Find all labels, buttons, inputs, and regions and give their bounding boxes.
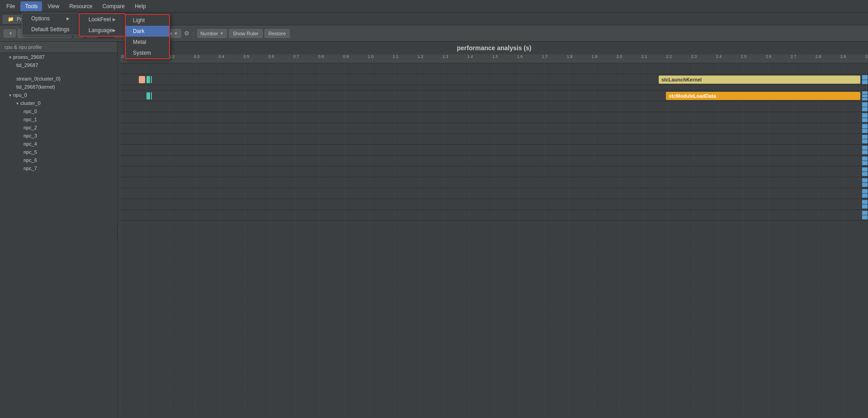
restore-button[interactable]: Restore [264, 29, 290, 38]
right-mini-npu-2 [862, 118, 868, 123]
mini-block-teal1 [139, 76, 145, 83]
show-ruler-button[interactable]: Show Ruler [229, 29, 263, 38]
menu-language[interactable]: Language ▶ [80, 25, 125, 36]
number-select[interactable]: Number ▼ [197, 29, 227, 38]
mini-block-stream-teal2 [151, 92, 152, 100]
timeline-row-tid29687kernel [120, 101, 868, 112]
timeline-row-npc7 [120, 210, 868, 221]
r11 [862, 189, 868, 193]
menu-options-label: Options [31, 15, 50, 22]
lookfeel-metal[interactable]: Metal [126, 37, 169, 48]
right-mini-stream-1 [862, 91, 868, 94]
bar-stcmoduleloaddata[interactable]: stcModuleLoadData [666, 92, 860, 100]
tree-item-proess[interactable]: ▾proess_29687 [0, 53, 117, 61]
ruler-tick-17: 1.7 [542, 54, 548, 59]
timeline-row-tid29687: stcLaunchKernel [120, 74, 868, 85]
tab-pr-label: Pr [17, 16, 22, 22]
r16 [862, 215, 868, 219]
ruler-tick-22: 2.2 [666, 54, 672, 59]
tree-item-npc6[interactable]: npc_6 [0, 156, 117, 164]
menu-help[interactable]: Help [130, 1, 151, 11]
right-mini-cl-1 [862, 124, 868, 128]
tree-item-tid29687kernel[interactable]: tid_29687(kernel) [0, 83, 117, 91]
timeline-row-npc0 [120, 134, 868, 145]
lookfeel-submenu: Light Dark Metal System [125, 14, 170, 59]
tree-item-npc4[interactable]: npc_4 [0, 140, 117, 148]
ruler-tick-0: .0 [120, 54, 124, 59]
timeline-content[interactable]: stcLaunchKernel stcModuleLoadData [120, 63, 868, 417]
ruler-tick-15: 1.5 [492, 54, 498, 59]
tree-item-tid29687[interactable]: tid_29687 [0, 61, 117, 69]
bar-stclaunchkernel[interactable]: stcLaunchKernel [659, 76, 861, 84]
right-mini-k-2 [862, 107, 868, 112]
right-mini-stream-3 [862, 98, 868, 100]
tree-item-npc3[interactable]: npc_3 [0, 132, 117, 140]
ruler-tick-20: 2.0 [617, 54, 623, 59]
right-mini-2 [862, 80, 868, 85]
menu-options[interactable]: Options ▶ LookFeel ▶ Light Dark Metal Sy… [22, 13, 79, 24]
ruler-tick-23: 2.3 [691, 54, 697, 59]
number-chevron-icon: ▼ [220, 31, 224, 36]
timeline-row-npc4 [120, 177, 868, 188]
main-layout: cpu & npu profile ▾proess_29687 tid_2968… [0, 42, 868, 418]
tree-item-npc2[interactable]: npc_2 [0, 124, 117, 132]
submenu-arrow-language: ▶ [113, 28, 116, 33]
collapse-arrow-cluster-icon: ▾ [16, 101, 19, 106]
menu-compare[interactable]: Compare [98, 1, 129, 11]
menu-view[interactable]: View [43, 1, 64, 11]
ruler-tick-13: 1.3 [443, 54, 448, 59]
right-mini-cl-2 [862, 129, 868, 133]
r10 [862, 183, 868, 187]
tree-item-npu0[interactable]: ▾npu_0 [0, 91, 117, 99]
timeline-ruler: .00.10.20.30.40.50.60.70.80.91.01.11.21.… [120, 54, 868, 63]
r1 [862, 135, 868, 139]
menu-default-settings-label: Default Settings [31, 26, 70, 33]
ruler-tick-14: 1.4 [467, 54, 473, 59]
tree-item-npc1[interactable]: npc_1 [0, 115, 117, 124]
ruler-container: .00.10.20.30.40.50.60.70.80.91.01.11.21.… [122, 54, 868, 63]
ruler-tick-4: 0.4 [219, 54, 225, 59]
ruler-tick-18: 1.8 [567, 54, 573, 59]
menu-lookfeel-label: LookFeel [89, 16, 111, 23]
chevron-down-icon: ▼ [9, 31, 13, 36]
lookfeel-light[interactable]: Light [126, 15, 169, 26]
ruler-tick-5: 0.5 [244, 54, 250, 59]
menu-tools[interactable]: Tools [20, 1, 42, 11]
menu-resource[interactable]: Resource [65, 1, 97, 11]
ruler-tick-9: 0.9 [343, 54, 349, 59]
tree-item-stream0[interactable]: stream_0(cluster_0) [0, 75, 117, 83]
timeline-area: performance analysis (s) .00.10.20.30.40… [120, 42, 868, 418]
left-panel: cpu & npu profile ▾proess_29687 tid_2968… [0, 42, 118, 418]
lookfeel-dark[interactable]: Dark [126, 26, 169, 37]
separator3: : [193, 30, 194, 37]
mini-block-stream-teal [146, 92, 150, 100]
menu-language-label: Language [89, 27, 113, 33]
options-submenu: LookFeel ▶ Light Dark Metal System Langu… [79, 13, 126, 37]
r3 [862, 146, 868, 150]
ruler-tick-28: 2.8 [816, 54, 821, 59]
menu-default-settings[interactable]: Default Settings [22, 24, 79, 35]
ruler-tick-26: 2.6 [766, 54, 772, 59]
tree-item-cluster0[interactable]: ▾cluster_0 [0, 99, 117, 107]
lookfeel-system[interactable]: System [126, 48, 169, 58]
tools-dropdown: Options ▶ LookFeel ▶ Light Dark Metal Sy… [22, 13, 79, 35]
menu-lookfeel[interactable]: LookFeel ▶ Light Dark Metal System [80, 14, 125, 25]
ruler-tick-3: 0.3 [194, 54, 200, 59]
timeline-title: performance analysis (s) [120, 42, 868, 54]
ruler-tick-12: 1.2 [418, 54, 424, 59]
toolbar-dropdown1[interactable]: ▼ [4, 29, 16, 38]
tree-item-npc0[interactable]: npc_0 [0, 107, 117, 115]
number-label: Number [200, 31, 218, 36]
ruler-tick-6: 0.6 [269, 54, 274, 59]
tree-item-npc5[interactable]: npc_5 [0, 148, 117, 156]
r8 [862, 172, 868, 176]
collapse-arrow-npu-icon: ▾ [9, 93, 11, 98]
menu-file[interactable]: File [2, 1, 19, 11]
ruler-tick-21: 2.1 [642, 54, 647, 59]
r13 [862, 200, 868, 204]
timeline-row-npu0 [120, 112, 868, 123]
ruler-tick-27: 2.7 [791, 54, 797, 59]
ruler-tick-11: 1.1 [393, 54, 399, 59]
timeline-row-npc3 [120, 166, 868, 177]
tree-item-npc7[interactable]: npc_7 [0, 164, 117, 172]
